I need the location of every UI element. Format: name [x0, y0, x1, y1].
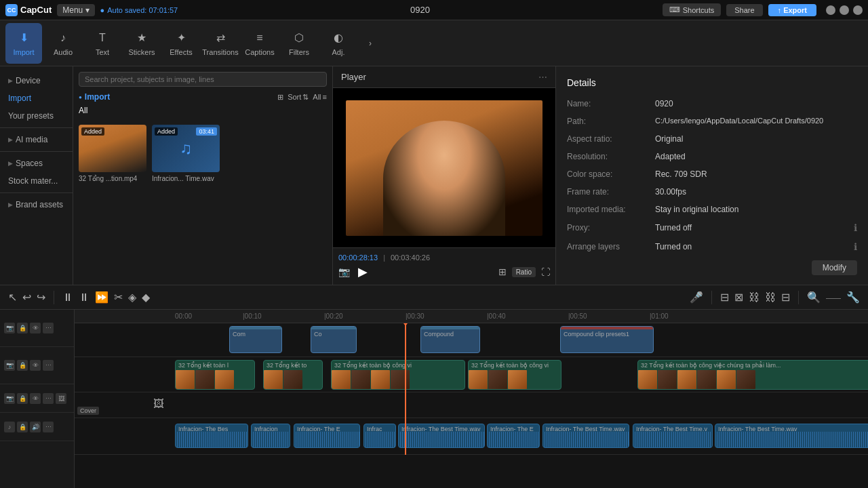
clip-video3[interactable]: 32 Tổng kết toàn bộ công vi [331, 360, 465, 390]
clip-audio9[interactable]: Infracion- The Best Time.wav [715, 424, 868, 448]
filter-all-button[interactable]: All ≡ [313, 93, 327, 101]
track-icon-more[interactable]: ⋯ [43, 323, 54, 333]
track-icon-eye2[interactable]: 👁 [30, 360, 41, 371]
cut-button[interactable]: ✂ [114, 291, 123, 304]
track-icon-lock4[interactable]: 🔒 [17, 422, 28, 432]
fullscreen-button[interactable]: ⛶ [541, 267, 550, 277]
tl-link5[interactable]: ⊟ [781, 291, 790, 304]
clip-compound2[interactable]: Co [311, 326, 357, 353]
close-button[interactable] [853, 5, 863, 15]
track-icon-lock3[interactable]: 🔒 [17, 393, 28, 404]
shortcuts-button[interactable]: ⌨ Shortcuts [663, 3, 721, 16]
tool-effects[interactable]: ✦ Effects [163, 23, 199, 64]
grid-view-button[interactable]: ⊞ [277, 93, 283, 102]
settings-button[interactable]: 🔧 [846, 291, 860, 304]
undo-button[interactable]: ↩ [22, 291, 31, 304]
track-icon-camera2[interactable]: 📷 [4, 360, 15, 371]
track-icon-more2[interactable]: ⋯ [43, 360, 54, 371]
playhead[interactable] [405, 323, 406, 455]
camera-button[interactable]: 📷 [338, 266, 350, 277]
clip-video5[interactable]: 32 Tổng kết toàn bộ công việc chúng ta p… [637, 360, 868, 390]
freeze-button[interactable]: ⏸ [79, 291, 90, 304]
track-icon-lock[interactable]: 🔒 [17, 323, 28, 333]
tool-adj[interactable]: ◐ Adj. [320, 23, 357, 64]
clip-audio2[interactable]: Infracion [251, 424, 290, 448]
import-button[interactable]: Import [79, 92, 110, 102]
search-input[interactable] [79, 72, 327, 87]
mic-button[interactable]: 🎤 [690, 291, 703, 304]
tool-transitions[interactable]: ⇄ Transitions [202, 23, 239, 64]
track-icon-camera3[interactable]: 📷 [4, 393, 15, 404]
arrange-info-icon[interactable]: ℹ [854, 241, 857, 252]
select-tool-button[interactable]: ↖ [8, 291, 17, 304]
keyframe-button[interactable]: ◆ [142, 291, 150, 304]
menu-button[interactable]: Menu ▾ [57, 4, 94, 16]
clip-compound4[interactable]: Compound clip presets1 [560, 326, 654, 353]
export-button[interactable]: ↑ Export [768, 4, 816, 16]
clip-audio1[interactable]: Infracion- The Bes [175, 424, 248, 448]
clip-audio4[interactable]: Infrac [363, 424, 396, 448]
zoom-out-button[interactable]: 🔍 [807, 291, 821, 304]
sidebar-item-device[interactable]: ▶ Device [0, 72, 73, 89]
clip-audio3[interactable]: Infracion- The E [294, 424, 360, 448]
tl-link4[interactable]: ⛓ [765, 291, 776, 304]
tool-stickers[interactable]: ★ Stickers [123, 23, 160, 64]
media-item-audio[interactable]: ♫ Added 03:41 Infracion... Time.wav [152, 125, 220, 182]
play-button[interactable]: ▶ [358, 264, 368, 279]
split-button[interactable]: ⏸ [62, 291, 73, 304]
tl-sep3 [798, 291, 799, 304]
proxy-info-icon[interactable]: ℹ [854, 222, 857, 233]
sidebar-item-stock[interactable]: Stock mater... [0, 172, 73, 190]
track-icon-eye[interactable]: 👁 [30, 323, 41, 333]
waveform3 [294, 432, 359, 447]
sort-button[interactable]: Sort ⇅ [288, 93, 309, 102]
zoom-slider[interactable]: —— [826, 293, 841, 302]
track-icon-lock2[interactable]: 🔒 [17, 360, 28, 371]
clip-video2[interactable]: 32 Tổng kết to [263, 360, 323, 390]
tool-audio[interactable]: ♪ Audio [45, 23, 81, 64]
track-icon-audio[interactable]: ♪ [4, 422, 15, 432]
clip-compound3[interactable]: Compound [420, 326, 480, 353]
clip-audio7[interactable]: Infracion- The Best Time.wav [542, 424, 629, 448]
redo-button[interactable]: ↪ [37, 291, 45, 304]
tool-filters[interactable]: ⬡ Filters [281, 23, 317, 64]
sidebar-item-import[interactable]: Import [0, 89, 73, 107]
maximize-button[interactable] [840, 5, 849, 15]
tool-captions[interactable]: ≡ Captions [241, 23, 278, 64]
track-icon-more4[interactable]: ⋯ [43, 422, 54, 432]
sidebar-item-ai-media[interactable]: ▶ AI media [0, 131, 73, 148]
tool-text[interactable]: T Text [84, 23, 121, 64]
tl-link1[interactable]: ⊟ [720, 291, 729, 304]
clip-audio6[interactable]: Infracion- The E [487, 424, 540, 448]
track-icon-more3[interactable]: ⋯ [43, 393, 54, 404]
media-grid: Added 32 Tổng ...tion.mp4 ♫ Added 03:41 … [73, 119, 332, 188]
sidebar-item-brand-assets[interactable]: ▶ Brand assets [0, 196, 73, 214]
cover-icon-btn[interactable]: 🖼 [153, 398, 164, 410]
speed-button[interactable]: ⏩ [95, 291, 108, 304]
share-button[interactable]: Share [726, 4, 762, 16]
clip-video1[interactable]: 32 Tổng kết toàn l [175, 360, 255, 390]
track-icon-eye3[interactable]: 👁 [30, 393, 41, 404]
clip-audio8[interactable]: Infracion- The Best Time.v [633, 424, 713, 448]
grid-overlay-button[interactable]: ⊞ [498, 266, 507, 277]
modify-button[interactable]: Modify [812, 260, 857, 275]
minimize-button[interactable] [826, 5, 835, 15]
track-icon-vol[interactable]: 🔊 [30, 422, 41, 432]
ratio-button[interactable]: Ratio [512, 267, 536, 277]
compound-button[interactable]: ◈ [128, 291, 136, 304]
tl-link3[interactable]: ⛓ [749, 291, 760, 304]
filter-chip-all[interactable]: All [79, 106, 87, 115]
clip-video4[interactable]: 32 Tổng kết toàn bộ công vi [468, 360, 561, 390]
track-icon-camera[interactable]: 📷 [4, 323, 15, 333]
track-icon-cover[interactable]: 🖼 [56, 393, 66, 404]
sidebar-item-presets[interactable]: Your presets [0, 107, 73, 125]
toolbar-more-button[interactable]: › [362, 35, 378, 52]
sidebar-item-spaces[interactable]: ▶ Spaces [0, 155, 73, 172]
tool-import[interactable]: ⬇ Import [5, 23, 42, 64]
thumb10 [469, 370, 488, 389]
media-item-video[interactable]: Added 32 Tổng ...tion.mp4 [79, 125, 146, 182]
tl-link2[interactable]: ⊠ [734, 291, 743, 304]
clip-compound1[interactable]: Com [229, 326, 282, 353]
clip-audio5[interactable]: Infracion- The Best Time.wav [398, 424, 485, 448]
player-menu-button[interactable]: ⋯ [538, 72, 547, 82]
